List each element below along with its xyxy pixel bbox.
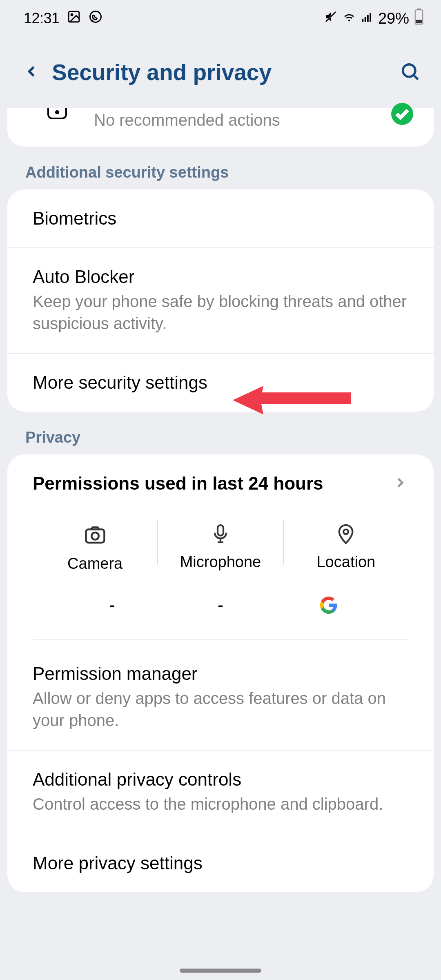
svg-point-1 [71,13,73,15]
battery-icon [414,9,424,29]
camera-label: Camera [67,555,122,572]
recommendations-card[interactable]: No recommended actions [7,108,434,147]
more-privacy-label: More privacy settings [33,853,408,873]
section-header-additional: Additional security settings [0,147,441,189]
mute-icon [324,10,337,27]
battery-text: 29% [378,10,409,27]
status-bar: 12:31 29% [0,0,441,37]
nav-handle[interactable] [180,969,261,973]
svg-rect-11 [416,20,422,23]
svg-point-15 [91,532,99,540]
microphone-label: Microphone [180,553,261,571]
svg-rect-6 [365,17,366,22]
auto-blocker-row[interactable]: Auto Blocker Keep your phone safe by blo… [7,248,434,354]
location-label: Location [316,553,375,571]
google-icon [319,596,338,615]
location-apps [275,595,383,615]
microphone-icon [209,522,232,547]
more-security-row[interactable]: More security settings [7,354,434,412]
additional-privacy-row[interactable]: Additional privacy controls Control acce… [7,751,434,834]
svg-rect-16 [218,525,223,536]
svg-rect-7 [367,15,369,22]
camera-icon [83,522,107,548]
chevron-right-icon [392,474,408,492]
section-header-privacy: Privacy [0,412,441,454]
search-button[interactable] [399,61,421,84]
more-security-label: More security settings [33,372,408,393]
permissions-grid: Camera Microphone Location [7,512,434,592]
page-title: Security and privacy [52,59,388,85]
privacy-card: Permissions used in last 24 hours Camera… [7,454,434,892]
permissions-apps-row: - - [33,592,408,640]
check-icon [391,103,413,125]
back-button[interactable] [22,62,40,82]
additional-privacy-label: Additional privacy controls [33,769,408,790]
permission-manager-row[interactable]: Permission manager Allow or deny apps to… [7,640,434,751]
biometrics-row[interactable]: Biometrics [7,189,434,248]
permission-manager-label: Permission manager [33,664,408,684]
svg-point-12 [403,65,415,77]
signal-icon [361,10,373,27]
permission-manager-sub: Allow or deny apps to access features or… [33,687,408,731]
wifi-icon [342,10,356,27]
svg-rect-8 [370,13,371,22]
additional-security-card: Biometrics Auto Blocker Keep your phone … [7,189,434,412]
permissions-used-row[interactable]: Permissions used in last 24 hours [7,454,434,512]
microphone-cell[interactable]: Microphone [158,512,283,582]
svg-rect-5 [362,19,363,22]
picture-icon [67,10,81,27]
auto-blocker-sub: Keep your phone safe by blocking threats… [33,290,408,334]
biometrics-label: Biometrics [33,208,408,229]
svg-line-13 [414,75,418,80]
recommendations-subtitle: No recommended actions [94,111,408,129]
whatsapp-icon [88,9,103,28]
camera-apps: - [58,595,166,615]
camera-cell[interactable]: Camera [33,512,157,582]
svg-rect-14 [86,530,104,543]
permissions-used-label: Permissions used in last 24 hours [33,473,323,494]
location-icon [334,522,357,547]
location-cell[interactable]: Location [284,512,408,582]
svg-point-19 [343,530,348,535]
status-time: 12:31 [24,10,60,27]
auto-blocker-label: Auto Blocker [33,267,408,287]
microphone-apps: - [166,595,274,615]
additional-privacy-sub: Control access to the microphone and cli… [33,793,408,815]
more-privacy-row[interactable]: More privacy settings [7,834,434,892]
header: Security and privacy [0,37,441,108]
